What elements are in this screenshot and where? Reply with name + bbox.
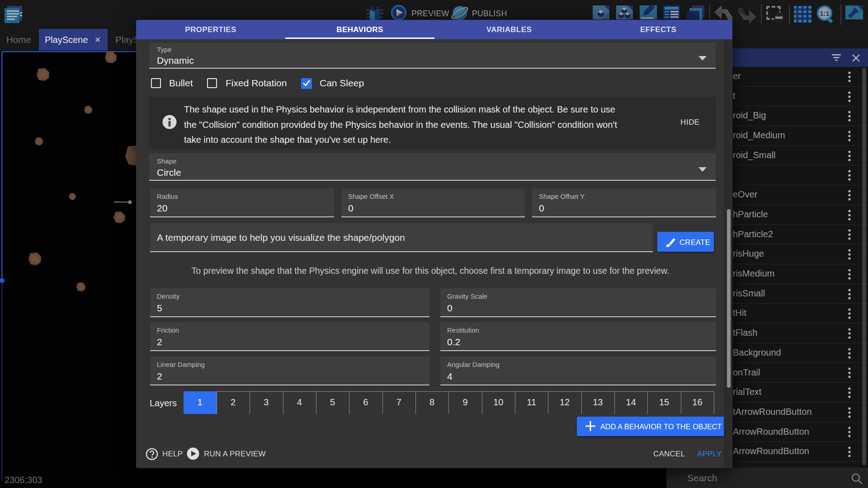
svg-text:1:1: 1:1 xyxy=(820,9,830,17)
